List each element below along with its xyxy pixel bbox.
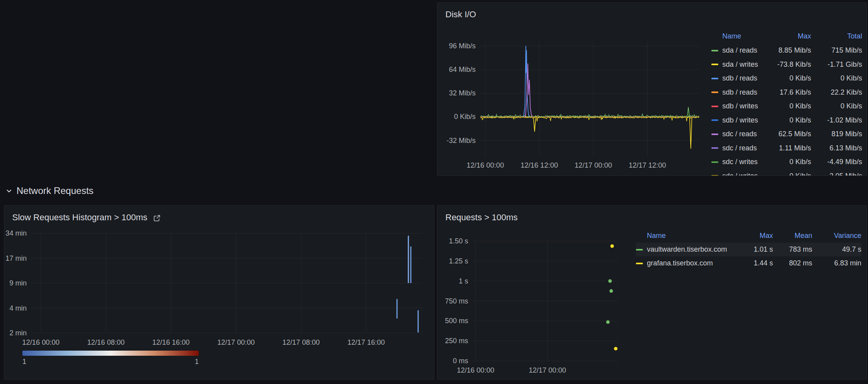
legend-row: sdc / writes 0 Kib/s -4.49 Mib/s [711, 155, 862, 169]
panel-title-requests[interactable]: Requests > 100ms [438, 206, 866, 224]
legend-row: vaultwarden.tiserbox.com 1.01 s 783 ms 4… [636, 243, 861, 256]
series-name[interactable]: sdb / writes [722, 102, 767, 110]
series-color-icon[interactable] [711, 147, 718, 149]
series-name[interactable]: grafana.tiserbox.com [647, 259, 736, 267]
scatter-point [610, 244, 614, 248]
y-axis-label: 1.25 s [449, 257, 468, 265]
chevron-down-icon [5, 187, 13, 195]
series-name[interactable]: sdb / writes [722, 116, 767, 124]
series-color-icon[interactable] [711, 78, 718, 79]
legend-header-row: Name Max Total [711, 29, 862, 44]
y-axis-label: 17 min [5, 254, 27, 262]
legend-col-mean[interactable]: Mean [773, 232, 812, 240]
panel-title-text: Slow Requests Histogram > 100ms [12, 212, 147, 223]
scatter-point [608, 279, 612, 283]
y-axis-label: 250 ms [445, 337, 468, 345]
legend-col-name[interactable]: Name [722, 32, 767, 40]
scatter-point [614, 347, 617, 350]
panel-title-disk-io[interactable]: Disk I/O [438, 3, 866, 21]
series-name[interactable]: sda / reads [722, 46, 767, 55]
legend-row: sdb / writes 0 Kib/s -1.02 Mib/s [711, 113, 862, 128]
y-axis-label: 1 s [459, 277, 468, 285]
series-color-icon[interactable] [636, 263, 643, 264]
series-color-icon[interactable] [711, 50, 718, 51]
panel-slow-requests-histogram: Slow Requests Histogram > 100ms 34 min17… [4, 205, 434, 380]
legend-row: sdc / writes 0 Kib/s -2.05 Mib/s [711, 169, 862, 176]
series-color-icon[interactable] [711, 64, 718, 65]
legend-row: sdc / reads 1.11 Mib/s 6.13 Mib/s [711, 141, 862, 155]
legend-row: sdb / reads 17.6 Kib/s 22.2 Kib/s [711, 86, 862, 100]
legend-col-total[interactable]: Total [811, 32, 862, 40]
series-max: 8.85 Mib/s [767, 46, 811, 55]
y-axis-label: 34 min [5, 229, 27, 237]
series-max: 0 Kib/s [767, 172, 811, 176]
series-name[interactable]: sdc / reads [722, 144, 767, 152]
series-color-icon[interactable] [636, 249, 643, 251]
series-max: -73.8 Kib/s [767, 60, 811, 69]
series-mean: 802 ms [773, 259, 812, 267]
legend-col-max[interactable]: Max [767, 32, 811, 40]
series-line [687, 107, 689, 116]
y-axis-label: 4 min [9, 304, 27, 312]
scatter-point [610, 289, 613, 293]
series-max: 0 Kib/s [767, 74, 811, 82]
requests-scatter-chart[interactable]: 1.50 s1.25 s1 s750 ms500 ms250 ms0 ms12/… [438, 206, 642, 380]
series-variance: 49.7 s [812, 245, 861, 254]
series-total: 0 Kib/s [811, 102, 862, 110]
series-mean: 783 ms [773, 245, 812, 254]
legend-col-name[interactable]: Name [647, 232, 736, 240]
series-max: 1.44 s [736, 259, 773, 267]
panel-title-text: Requests > 100ms [445, 212, 518, 223]
slow-requests-heatmap[interactable]: 34 min17 min9 min4 min2 min12/16 00:0012… [4, 206, 434, 363]
x-axis-label: 12/16 12:00 [521, 161, 558, 169]
heatmap-cell [408, 236, 409, 283]
legend-row: sdc / reads 62.5 Mib/s 819 Mib/s [711, 127, 862, 141]
series-color-icon[interactable] [711, 106, 718, 107]
disk-io-chart[interactable]: 96 Mib/s64 Mib/s32 Mib/s0 Kib/s-32 Mib/s… [438, 3, 712, 176]
series-color-icon[interactable] [711, 161, 718, 163]
series-name[interactable]: sdc / reads [722, 130, 767, 138]
series-total: -1.71 Gib/s [811, 60, 862, 69]
series-max: 1.11 Mib/s [767, 144, 811, 152]
x-axis-label: 12/17 16:00 [348, 338, 385, 346]
series-total: -2.05 Mib/s [811, 172, 862, 176]
series-color-icon[interactable] [711, 91, 718, 93]
series-name[interactable]: sdc / writes [722, 158, 767, 166]
x-axis-label: 12/16 00:00 [457, 366, 494, 374]
x-axis-label: 12/17 08:00 [282, 338, 320, 346]
y-axis-label: 9 min [9, 279, 27, 287]
grafana-dashboard: Disk I/O 96 Mib/s64 Mib/s32 Mib/s0 Kib/s… [0, 0, 868, 384]
series-name[interactable]: sdb / reads [722, 88, 767, 97]
series-variance: 6.83 min [812, 259, 861, 267]
external-link-icon[interactable] [153, 214, 161, 222]
legend-header-row: Name Max Mean Variance [636, 229, 861, 243]
panel-title-slow-requests[interactable]: Slow Requests Histogram > 100ms [4, 206, 434, 224]
legend-col-max[interactable]: Max [736, 232, 773, 240]
series-name[interactable]: sdc / writes [722, 172, 767, 176]
requests-legend: Name Max Mean Variance vaultwarden.tiser… [636, 229, 861, 270]
series-max: 62.5 Mib/s [767, 130, 811, 138]
series-total: -4.49 Mib/s [811, 158, 862, 166]
series-total: 0 Kib/s [811, 74, 862, 82]
series-color-icon[interactable] [711, 119, 718, 121]
series-max: 0 Kib/s [767, 116, 811, 124]
heatmap-colorbar-wrap: 1 1 [22, 351, 199, 366]
series-color-icon[interactable] [711, 175, 718, 176]
x-axis-label: 12/16 00:00 [22, 338, 59, 346]
x-axis-label: 12/17 00:00 [529, 366, 566, 374]
y-axis-label: 500 ms [445, 317, 468, 325]
heatmap-colorbar-labels: 1 1 [22, 358, 199, 366]
legend-col-variance[interactable]: Variance [812, 232, 861, 240]
y-axis-label: 0 ms [453, 357, 468, 365]
series-name[interactable]: sdb / reads [722, 74, 767, 82]
series-line [690, 117, 692, 148]
y-axis-label: 96 Mib/s [449, 42, 476, 50]
series-name[interactable]: sda / writes [722, 60, 767, 69]
series-color-icon[interactable] [711, 133, 718, 135]
series-total: 6.13 Mib/s [811, 144, 862, 152]
colorbar-max-label: 1 [195, 358, 199, 366]
series-name[interactable]: vaultwarden.tiserbox.com [647, 245, 736, 254]
y-axis-label: 0 Kib/s [454, 113, 476, 121]
legend-row: sdb / writes 0 Kib/s 0 Kib/s [711, 99, 862, 113]
section-network-requests[interactable]: Network Requests [5, 185, 93, 196]
